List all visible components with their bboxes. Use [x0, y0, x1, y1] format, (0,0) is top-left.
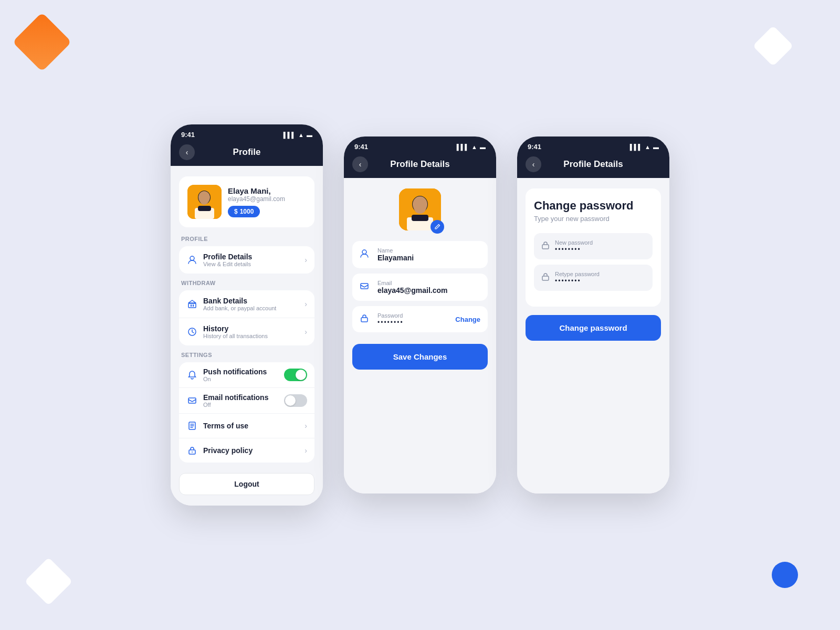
bank-icon — [186, 298, 198, 310]
battery-icon: ▬ — [307, 132, 312, 138]
bank-details-item[interactable]: Bank Details Add bank, or paypal account… — [179, 290, 314, 318]
battery-icon-2: ▬ — [480, 144, 486, 150]
withdraw-section-label: WITHDRAW — [181, 280, 314, 286]
email-notifications-toggle[interactable] — [284, 394, 307, 407]
status-icons-2: ▌▌▌ ▲ ▬ — [457, 144, 486, 150]
bank-details-subtitle: Add bank, or paypal account — [203, 305, 299, 311]
retype-password-dots: •••••••• — [555, 277, 645, 285]
orange-diamond-decoration — [21, 21, 63, 63]
person-icon-2 — [360, 249, 371, 261]
profile-details-title: Profile Details — [203, 253, 299, 261]
svg-rect-26 — [361, 318, 368, 322]
change-password-subtitle: Type your new password — [534, 215, 653, 223]
profile-section-label: PROFILE — [181, 236, 314, 242]
phones-container: 9:41 ▌▌▌ ▲ ▬ ‹ Profile — [0, 0, 840, 630]
privacy-arrow: › — [304, 446, 307, 455]
history-title: History — [203, 324, 299, 333]
signal-icon: ▌▌▌ — [284, 132, 296, 138]
svg-point-22 — [414, 200, 426, 214]
profile-email: elaya45@gamil.com — [228, 195, 306, 203]
profile-info: Elaya Mani, elaya45@gamil.com $ 1000 — [228, 186, 306, 217]
change-password-section: Change password Type your new password N… — [526, 188, 661, 307]
history-item[interactable]: History History of all transactions › — [179, 318, 314, 345]
history-subtitle: History of all transactions — [203, 333, 299, 339]
settings-section-label: SETTINGS — [181, 352, 314, 358]
status-bar-3: 9:41 ▌▌▌ ▲ ▬ — [517, 136, 669, 155]
back-button-1[interactable]: ‹ — [179, 144, 195, 160]
password-field-card: Password •••••••• Change — [352, 306, 488, 332]
status-time-1: 9:41 — [181, 131, 195, 139]
logout-button[interactable]: Logout — [179, 473, 314, 495]
profile-details-arrow: › — [304, 256, 307, 264]
new-password-field: New password •••••••• — [534, 233, 653, 259]
svg-rect-9 — [193, 304, 194, 307]
change-password-title: Change password — [534, 199, 653, 213]
password-field-content: Password •••••••• — [377, 312, 449, 326]
svg-rect-28 — [542, 276, 549, 280]
battery-icon-3: ▬ — [653, 144, 659, 150]
svg-point-17 — [192, 452, 193, 453]
push-notifications-toggle[interactable] — [284, 369, 307, 381]
name-field-content: Name Elayamani — [377, 247, 480, 262]
back-button-3[interactable]: ‹ — [526, 156, 541, 172]
new-password-dots: •••••••• — [555, 246, 645, 253]
profile-details-body: Name Elayamani Email elaya45@gmail.com — [344, 178, 496, 494]
save-changes-button[interactable]: Save Changes — [352, 344, 488, 370]
balance-badge: $ 1000 — [228, 206, 260, 217]
edit-avatar-button[interactable] — [430, 220, 444, 234]
retype-password-content: Retype password •••••••• — [555, 271, 645, 285]
withdraw-menu-card: Bank Details Add bank, or paypal account… — [179, 290, 314, 345]
lock-icon-menu — [186, 445, 198, 456]
phone-profile: 9:41 ▌▌▌ ▲ ▬ ‹ Profile — [171, 124, 323, 506]
profile-details-header: ‹ Profile Details — [344, 155, 496, 178]
mail-icon-2 — [360, 281, 371, 293]
change-password-link[interactable]: Change — [455, 316, 480, 323]
new-password-content: New password •••••••• — [555, 239, 645, 253]
email-notifications-title: Email notifications — [203, 393, 279, 402]
svg-point-4 — [200, 194, 209, 205]
email-notifications-subtitle: Off — [203, 402, 279, 408]
email-value: elaya45@gmail.com — [377, 286, 480, 295]
svg-point-24 — [362, 250, 366, 254]
privacy-text: Privacy policy — [203, 446, 299, 455]
privacy-title: Privacy policy — [203, 446, 299, 455]
dollar-icon: $ — [234, 208, 238, 215]
change-password-header: ‹ Profile Details — [517, 155, 669, 178]
privacy-item[interactable]: Privacy policy › — [179, 438, 314, 463]
new-password-label: New password — [555, 239, 645, 246]
history-icon — [186, 326, 198, 338]
password-dots: •••••••• — [377, 319, 449, 326]
change-password-header-title: Profile Details — [563, 159, 623, 170]
svg-rect-5 — [198, 206, 211, 211]
status-bar-1: 9:41 ▌▌▌ ▲ ▬ — [171, 124, 323, 143]
email-notifications-item: Email notifications Off — [179, 388, 314, 414]
retype-password-field: Retype password •••••••• — [534, 265, 653, 291]
avatar-container — [352, 188, 488, 230]
change-password-button[interactable]: Change password — [526, 315, 661, 341]
terms-item[interactable]: Terms of use › — [179, 414, 314, 438]
wifi-icon: ▲ — [298, 132, 304, 138]
back-button-2[interactable]: ‹ — [352, 156, 368, 172]
lock-icon-new-pw — [541, 241, 550, 251]
status-time-2: 9:41 — [354, 143, 368, 151]
settings-menu-card: Push notifications On Email notification… — [179, 362, 314, 463]
profile-card: Elaya Mani, elaya45@gamil.com $ 1000 — [179, 176, 314, 227]
status-icons-1: ▌▌▌ ▲ ▬ — [284, 132, 312, 138]
bell-icon — [186, 369, 198, 381]
password-label: Password — [377, 312, 449, 319]
history-text: History History of all transactions — [203, 324, 299, 339]
lock-icon-retype-pw — [541, 272, 550, 283]
phone-profile-details: 9:41 ▌▌▌ ▲ ▬ ‹ Profile Details — [344, 136, 496, 494]
bank-details-text: Bank Details Add bank, or paypal account — [203, 297, 299, 311]
status-bar-2: 9:41 ▌▌▌ ▲ ▬ — [344, 136, 496, 155]
history-arrow: › — [304, 328, 307, 336]
profile-details-title: Profile Details — [390, 159, 449, 170]
signal-icon-2: ▌▌▌ — [457, 144, 469, 150]
wifi-icon-3: ▲ — [645, 144, 650, 150]
email-label: Email — [377, 280, 480, 286]
svg-point-6 — [190, 256, 194, 260]
name-value: Elayamani — [377, 254, 480, 262]
svg-rect-23 — [412, 215, 428, 221]
email-field-content: Email elaya45@gmail.com — [377, 280, 480, 295]
profile-details-item[interactable]: Profile Details View & Edit details › — [179, 246, 314, 274]
